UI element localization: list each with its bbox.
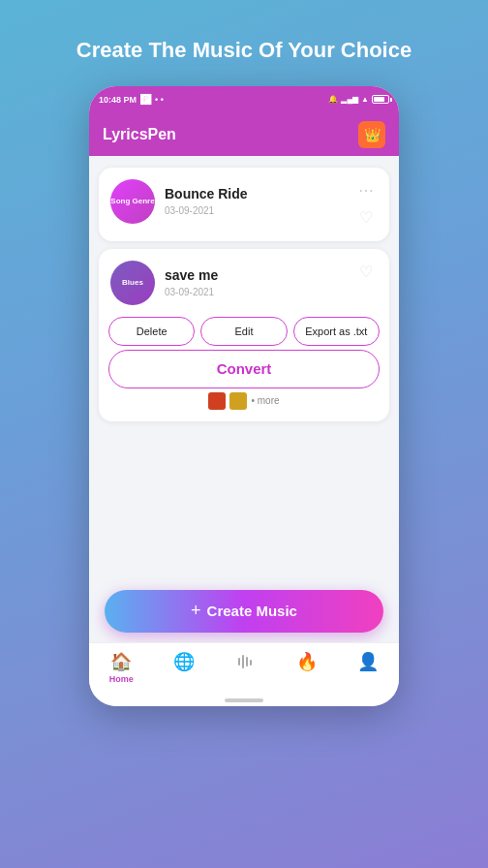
song-title-1: Bounce Ride bbox=[165, 186, 248, 202]
notification-icon: 🔔 bbox=[328, 95, 338, 104]
fire-icon: 🔥 bbox=[296, 651, 318, 672]
home-label: Home bbox=[109, 674, 134, 684]
create-music-button[interactable]: + Create Music bbox=[105, 590, 383, 633]
song-date-1: 03-09-2021 bbox=[165, 205, 248, 216]
battery-icon bbox=[372, 95, 389, 104]
song-card-2-expanded: Blues save me 03-09-2021 ♡ Delete Edit bbox=[99, 249, 389, 421]
home-indicator bbox=[225, 698, 263, 702]
status-time: 10:48 PM bbox=[99, 95, 137, 105]
action-buttons-row: Delete Edit Export as .txt bbox=[99, 309, 389, 350]
status-bar: 10:48 PM 🅿 • • 🔔 ▂▄▆ ▲ bbox=[89, 86, 399, 113]
create-music-section: + Create Music bbox=[89, 580, 399, 642]
nav-item-home[interactable]: 🏠 Home bbox=[109, 651, 134, 684]
heart-icon-2[interactable]: ♡ bbox=[354, 261, 378, 284]
nav-item-audio[interactable] bbox=[234, 651, 256, 672]
app-bar: LyricsPen 👑 bbox=[89, 113, 399, 156]
word-icon bbox=[229, 392, 247, 410]
heart-icon-1[interactable]: ♡ bbox=[354, 206, 378, 230]
signal-bars: ▂▄▆ bbox=[341, 95, 358, 104]
page-title-text: Create The Music Of Your Choice bbox=[47, 37, 441, 65]
main-content: Song Genre Bounce Ride 03-09-2021 ⋯ ♡ bbox=[89, 156, 399, 642]
wifi-icon: ▲ bbox=[361, 95, 369, 104]
song-title-2: save me bbox=[165, 267, 218, 283]
song-date-2: 03-09-2021 bbox=[165, 287, 218, 297]
delete-button[interactable]: Delete bbox=[108, 317, 195, 346]
nav-item-fire[interactable]: 🔥 bbox=[296, 651, 318, 672]
ppt-icon bbox=[208, 392, 226, 410]
svg-rect-1 bbox=[242, 655, 244, 668]
convert-button[interactable]: Convert bbox=[108, 350, 380, 388]
audio-waves-icon bbox=[234, 651, 256, 672]
svg-rect-2 bbox=[246, 657, 248, 666]
bottom-nav: 🏠 Home 🌐 🔥 👤 bbox=[89, 642, 399, 706]
crown-icon: 👑 bbox=[364, 127, 381, 142]
song-card-1: Song Genre Bounce Ride 03-09-2021 ⋯ ♡ bbox=[99, 168, 389, 241]
convert-label: Convert bbox=[217, 360, 272, 377]
more-options-icon-1[interactable]: ⋯ bbox=[354, 179, 378, 202]
crown-button[interactable]: 👑 bbox=[358, 121, 385, 148]
profile-icon: 👤 bbox=[357, 651, 379, 672]
nav-item-profile[interactable]: 👤 bbox=[357, 651, 379, 672]
edit-button[interactable]: Edit bbox=[200, 317, 287, 346]
plus-icon: + bbox=[191, 601, 201, 621]
status-dots: • • bbox=[155, 95, 164, 105]
convert-more-label: • more bbox=[251, 395, 279, 406]
create-music-label: Create Music bbox=[207, 603, 297, 619]
home-icon: 🏠 bbox=[110, 651, 132, 672]
svg-rect-0 bbox=[238, 658, 240, 666]
phone-frame: 10:48 PM 🅿 • • 🔔 ▂▄▆ ▲ LyricsPen 👑 Song bbox=[89, 86, 399, 706]
song-genre-badge-1: Song Genre bbox=[110, 179, 155, 224]
convert-section: Convert • more bbox=[99, 350, 389, 421]
status-carrier-icon: 🅿 bbox=[140, 94, 151, 106]
svg-rect-3 bbox=[250, 660, 252, 666]
globe-icon: 🌐 bbox=[173, 651, 195, 672]
song-genre-badge-2: Blues bbox=[110, 261, 155, 305]
export-button[interactable]: Export as .txt bbox=[293, 317, 380, 346]
app-title: LyricsPen bbox=[103, 126, 176, 143]
nav-item-globe[interactable]: 🌐 bbox=[173, 651, 195, 672]
